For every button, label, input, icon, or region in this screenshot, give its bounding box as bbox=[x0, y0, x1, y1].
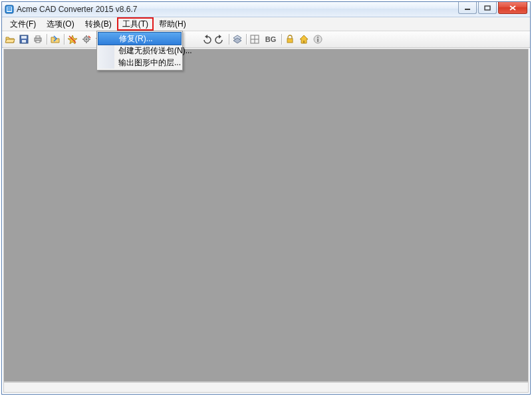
open-folder-icon bbox=[5, 34, 15, 45]
svg-rect-25 bbox=[287, 39, 293, 43]
close-button[interactable] bbox=[498, 2, 527, 14]
svg-line-6 bbox=[510, 6, 515, 10]
home-button[interactable] bbox=[297, 33, 311, 46]
svg-rect-12 bbox=[36, 36, 40, 38]
toolbar-separator bbox=[45, 33, 48, 46]
svg-point-16 bbox=[86, 39, 87, 40]
home-icon bbox=[299, 34, 309, 45]
dropdown-item-repair[interactable]: 修复(R)... bbox=[98, 32, 182, 45]
menu-file[interactable]: 文件(F) bbox=[5, 17, 41, 31]
mdi-workspace[interactable] bbox=[3, 49, 529, 382]
dropdown-item-label: 创建无损传送包(N)... bbox=[118, 46, 192, 55]
grid-button[interactable] bbox=[248, 33, 261, 46]
bg-label: BG bbox=[265, 35, 277, 43]
window-title: Acme CAD Converter 2015 v8.6.7 bbox=[17, 5, 137, 14]
svg-rect-4 bbox=[465, 9, 470, 10]
svg-rect-9 bbox=[21, 36, 27, 39]
convert-button-1[interactable] bbox=[66, 33, 79, 46]
print-button[interactable] bbox=[31, 33, 45, 46]
app-icon bbox=[5, 5, 14, 14]
convert-gear-icon bbox=[81, 34, 92, 45]
svg-point-29 bbox=[317, 37, 319, 38]
toolbar-separator bbox=[280, 33, 283, 46]
menu-convert[interactable]: 转换(B) bbox=[80, 17, 117, 31]
svg-rect-27 bbox=[303, 41, 305, 43]
dropdown-item-label: 输出图形中的层... bbox=[118, 58, 181, 67]
rotate-left-button[interactable] bbox=[200, 33, 213, 46]
menu-tools[interactable]: 工具(T) bbox=[117, 17, 154, 31]
client-area bbox=[2, 48, 530, 394]
toolbar: BG bbox=[2, 31, 530, 48]
rotate-left-icon bbox=[201, 34, 211, 45]
toolbar-separator bbox=[63, 33, 65, 46]
svg-line-7 bbox=[510, 6, 515, 10]
dropdown-item-etransmit[interactable]: 创建无损传送包(N)... bbox=[98, 45, 181, 57]
toolbar-separator bbox=[245, 33, 247, 46]
menu-help[interactable]: 帮助(H) bbox=[154, 17, 192, 31]
info-icon bbox=[313, 34, 323, 45]
rotate-right-button[interactable] bbox=[213, 33, 227, 46]
layers-button[interactable] bbox=[231, 33, 244, 46]
batch-folder-icon bbox=[50, 34, 61, 45]
bg-button[interactable]: BG bbox=[262, 33, 279, 46]
maximize-icon bbox=[484, 5, 491, 11]
titlebar[interactable]: Acme CAD Converter 2015 v8.6.7 bbox=[2, 2, 530, 17]
print-icon bbox=[33, 34, 43, 45]
dropdown-item-export-layers[interactable]: 输出图形中的层... bbox=[98, 57, 181, 69]
minimize-icon bbox=[464, 5, 471, 11]
statusbar bbox=[3, 382, 529, 393]
menu-options[interactable]: 选项(O) bbox=[41, 17, 79, 31]
save-icon bbox=[19, 34, 29, 45]
toolbar-separator bbox=[227, 33, 230, 46]
svg-rect-10 bbox=[22, 40, 26, 43]
svg-rect-2 bbox=[7, 7, 11, 9]
svg-rect-5 bbox=[485, 6, 490, 10]
minimize-button[interactable] bbox=[458, 2, 477, 14]
svg-rect-13 bbox=[36, 41, 40, 43]
layers-icon bbox=[232, 34, 243, 45]
app-window: Acme CAD Converter 2015 v8.6.7 文件(F) 选项(… bbox=[1, 1, 531, 395]
batch-button[interactable] bbox=[49, 33, 62, 46]
lock-icon bbox=[285, 34, 295, 45]
save-button[interactable] bbox=[17, 33, 31, 46]
svg-rect-3 bbox=[7, 9, 11, 11]
svg-marker-18 bbox=[205, 35, 207, 39]
menubar: 文件(F) 选项(O) 转换(B) 工具(T) 帮助(H) bbox=[2, 17, 530, 31]
lock-button[interactable] bbox=[283, 33, 297, 46]
rotate-right-icon bbox=[215, 34, 225, 45]
convert-button-2[interactable] bbox=[80, 33, 93, 46]
svg-marker-19 bbox=[219, 35, 221, 39]
open-button[interactable] bbox=[3, 33, 17, 46]
grid-icon bbox=[249, 34, 260, 45]
tools-dropdown: 修复(R)... 创建无损传送包(N)... 输出图形中的层... bbox=[96, 31, 183, 71]
dropdown-item-label: 修复(R)... bbox=[119, 34, 153, 43]
window-controls bbox=[457, 2, 530, 14]
svg-rect-30 bbox=[317, 39, 319, 42]
convert-star-icon bbox=[67, 34, 78, 45]
info-button[interactable] bbox=[311, 33, 325, 46]
close-icon bbox=[509, 5, 517, 11]
maximize-button[interactable] bbox=[478, 2, 497, 14]
